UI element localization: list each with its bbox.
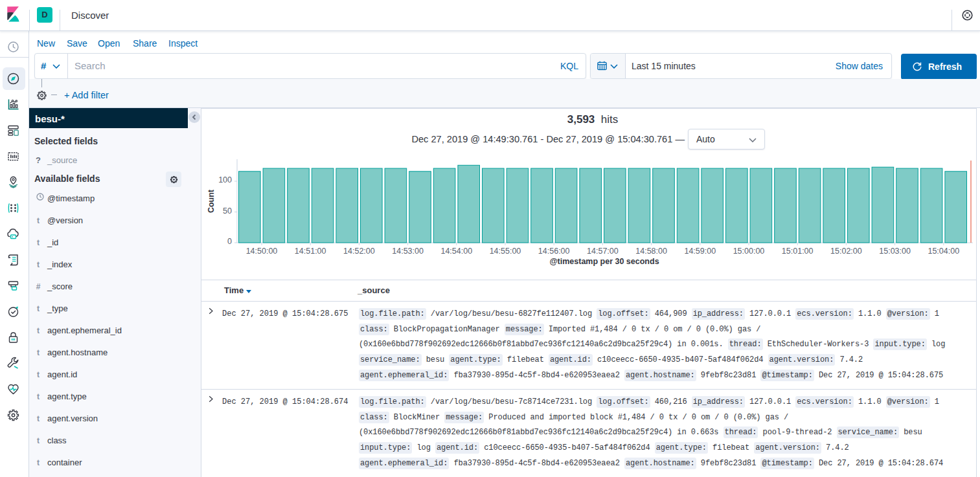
svg-text:14:56:00: 14:56:00 [538,247,570,256]
svg-text:14:50:00: 14:50:00 [246,247,278,256]
svg-text:14:52:00: 14:52:00 [343,247,375,256]
svg-text:15:00:00: 15:00:00 [733,247,765,256]
svg-text:14:59:00: 14:59:00 [684,247,716,256]
svg-text:50: 50 [223,206,232,216]
svg-text:14:54:00: 14:54:00 [440,247,472,256]
svg-text:14:51:00: 14:51:00 [295,247,326,256]
svg-text:Count: Count [207,189,216,213]
svg-text:15:02:00: 15:02:00 [830,247,862,256]
svg-text:@timestamp per 30 seconds: @timestamp per 30 seconds [549,257,659,266]
svg-text:0: 0 [227,237,232,246]
svg-text:100: 100 [218,175,232,184]
svg-text:15:01:00: 15:01:00 [782,247,814,256]
svg-text:15:04:00: 15:04:00 [928,247,959,256]
svg-text:14:53:00: 14:53:00 [392,247,424,256]
svg-text:14:57:00: 14:57:00 [587,247,619,256]
svg-text:14:58:00: 14:58:00 [635,247,667,256]
svg-text:15:03:00: 15:03:00 [879,247,911,256]
svg-text:14:55:00: 14:55:00 [490,247,521,256]
